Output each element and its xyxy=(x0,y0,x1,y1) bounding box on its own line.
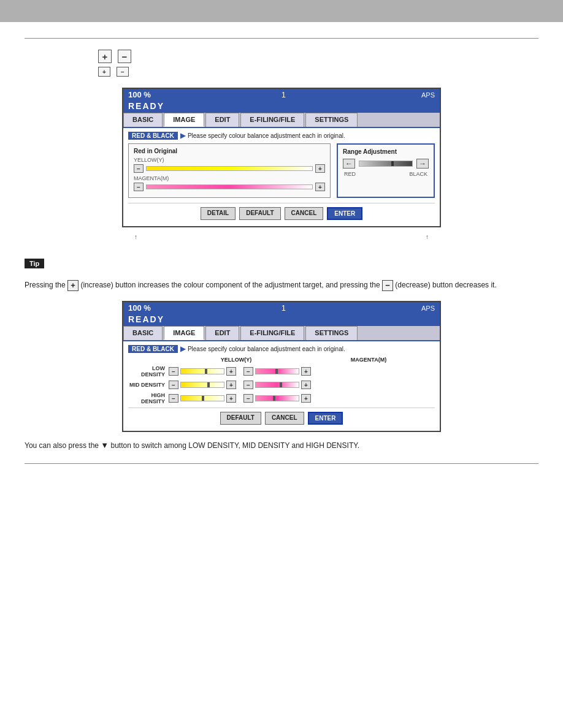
magenta-mid-group: − + xyxy=(243,381,311,389)
yellow-slider-row: − + xyxy=(134,164,325,173)
screen1-arrow: ▶ xyxy=(180,132,185,140)
yellow-minus-btn[interactable]: − xyxy=(134,164,144,173)
screen2-enter-button[interactable]: ENTER xyxy=(308,412,343,425)
magenta-track xyxy=(146,183,313,191)
magenta-high-group: − + xyxy=(243,394,311,403)
screen-panel-1: 100 % 1 APS READY BASIC IMAGE EDIT E-FIL… xyxy=(122,88,441,227)
tip-label: Tip xyxy=(25,259,44,268)
screen2-status: READY xyxy=(128,314,164,324)
body-text-1: Pressing the + (increase) button increas… xyxy=(25,279,538,291)
screen2-tabs: BASIC IMAGE EDIT E-FILING/FILE SETTINGS xyxy=(123,326,440,341)
screen2-info-label: RED & BLACK xyxy=(128,345,178,353)
annot-right: ↑ xyxy=(426,233,429,240)
magenta-low-plus[interactable]: + xyxy=(301,367,311,376)
screen-panel-2: 100 % 1 APS READY BASIC IMAGE EDIT E-FIL… xyxy=(122,301,441,432)
range-slider-row: ← → xyxy=(343,159,429,169)
magenta-mid-plus[interactable]: + xyxy=(301,381,311,389)
top-divider xyxy=(25,38,538,39)
screen1-tabs: BASIC IMAGE EDIT E-FILING/FILE SETTINGS xyxy=(123,113,440,128)
red-in-original-box: Red in Original YELLOW(Y) − + MAGENTA(M) xyxy=(128,143,331,198)
magenta-low-group: − + xyxy=(243,367,311,376)
screen1-status: READY xyxy=(128,101,164,111)
screen1-info-text: Please specify colour balance adjustment… xyxy=(188,132,345,139)
annotation-row-1: ↑ ↑ xyxy=(122,233,441,240)
screen2-info-text: Please specify colour balance adjustment… xyxy=(188,346,345,352)
tip-section: Tip xyxy=(25,249,538,275)
tab-basic[interactable]: BASIC xyxy=(123,113,163,127)
magenta-high-plus[interactable]: + xyxy=(301,394,311,403)
down-arrow-icon: ▼ xyxy=(101,441,109,450)
default-button[interactable]: DEFAULT xyxy=(239,207,280,220)
magenta-minus-btn[interactable]: − xyxy=(134,183,144,191)
screen1-btn-row: DETAIL DEFAULT CANCEL ENTER xyxy=(128,203,435,222)
yellow-mid-plus[interactable]: + xyxy=(226,381,236,389)
detail-button[interactable]: DETAIL xyxy=(201,207,236,220)
screen2-tab-basic[interactable]: BASIC xyxy=(123,326,163,340)
screen2-tab-settings[interactable]: SETTINGS xyxy=(305,326,358,340)
screen2-btn-row: DEFAULT CANCEL ENTER xyxy=(128,408,435,427)
low-density-label: LOW DENSITY xyxy=(128,365,165,377)
yellow-low-group: − + xyxy=(169,367,236,376)
screen2-mode: APS xyxy=(421,305,435,312)
yellow-high-plus[interactable]: + xyxy=(226,394,236,403)
top-bar xyxy=(0,0,563,22)
density-row-mid: MID DENSITY − + − + xyxy=(128,381,435,389)
density-row-low: LOW DENSITY − + − xyxy=(128,365,435,377)
range-red-label: RED xyxy=(344,171,356,177)
magenta-slider-row: − + xyxy=(134,183,325,191)
minus-inline-icon: − xyxy=(382,280,393,291)
yellow-label: YELLOW(Y) xyxy=(134,157,325,163)
screen2-tab-image[interactable]: IMAGE xyxy=(164,326,204,340)
density-row-high: HIGH DENSITY − + − + xyxy=(128,392,435,404)
magenta-gradient xyxy=(146,184,313,189)
col-magenta-header: MAGENTA(M) xyxy=(302,357,435,363)
plus-inline-icon: + xyxy=(67,280,79,291)
screen1-mode: APS xyxy=(421,91,435,99)
range-track xyxy=(359,161,413,167)
yellow-high-minus[interactable]: − xyxy=(169,394,178,403)
yellow-gradient xyxy=(146,166,313,171)
range-left-btn[interactable]: ← xyxy=(343,159,355,169)
tab-settings[interactable]: SETTINGS xyxy=(305,113,358,127)
yellow-track xyxy=(146,165,313,172)
yellow-low-plus[interactable]: + xyxy=(226,367,236,376)
yellow-low-minus[interactable]: − xyxy=(169,367,178,376)
screen2-default-button[interactable]: DEFAULT xyxy=(220,412,261,425)
tab-efiling[interactable]: E-FILING/FILE xyxy=(240,113,304,127)
screen2-tab-edit[interactable]: EDIT xyxy=(205,326,239,340)
screen2-pages: 1 xyxy=(282,303,286,313)
red-in-original-title: Red in Original xyxy=(134,148,325,154)
enter-button[interactable]: ENTER xyxy=(327,207,362,220)
tab-image[interactable]: IMAGE xyxy=(164,113,204,127)
screen2-arrow: ▶ xyxy=(180,345,185,353)
plus-icon: + xyxy=(98,50,112,63)
screen2-tab-efiling[interactable]: E-FILING/FILE xyxy=(240,326,304,340)
bottom-text-1: You can also press the ▼ button to switc… xyxy=(25,439,538,452)
magenta-plus-btn[interactable]: + xyxy=(315,183,325,191)
annot-left: ↑ xyxy=(134,233,137,240)
magenta-mid-minus[interactable]: − xyxy=(243,381,253,389)
icon-row-1: + − xyxy=(98,50,538,63)
range-right-btn[interactable]: → xyxy=(416,159,429,169)
yellow-mid-group: − + xyxy=(169,381,236,389)
tab-edit[interactable]: EDIT xyxy=(205,113,239,127)
magenta-label: MAGENTA(M) xyxy=(134,175,325,181)
icon-row-2: + − xyxy=(98,67,538,77)
screen1-pages: 1 xyxy=(282,90,286,99)
plus-sm-icon: + xyxy=(98,67,110,77)
minus-icon: − xyxy=(118,50,131,63)
cancel-button[interactable]: CANCEL xyxy=(285,207,324,220)
range-adjustment-box: Range Adjustment ← → RED BLACK xyxy=(337,143,435,198)
magenta-low-minus[interactable]: − xyxy=(243,367,253,376)
screen2-cancel-button[interactable]: CANCEL xyxy=(265,412,304,425)
yellow-high-group: − + xyxy=(169,394,236,403)
range-adj-title: Range Adjustment xyxy=(343,148,429,155)
screen2-percent: 100 % xyxy=(128,303,151,313)
magenta-high-minus[interactable]: − xyxy=(243,394,253,403)
minus-sm-icon: − xyxy=(117,67,129,77)
yellow-plus-btn[interactable]: + xyxy=(315,164,325,173)
screen1-percent: 100 % xyxy=(128,90,151,99)
range-black-label: BLACK xyxy=(409,171,427,177)
yellow-mid-minus[interactable]: − xyxy=(169,381,178,389)
screen1-info-label: RED & BLACK xyxy=(128,132,178,140)
